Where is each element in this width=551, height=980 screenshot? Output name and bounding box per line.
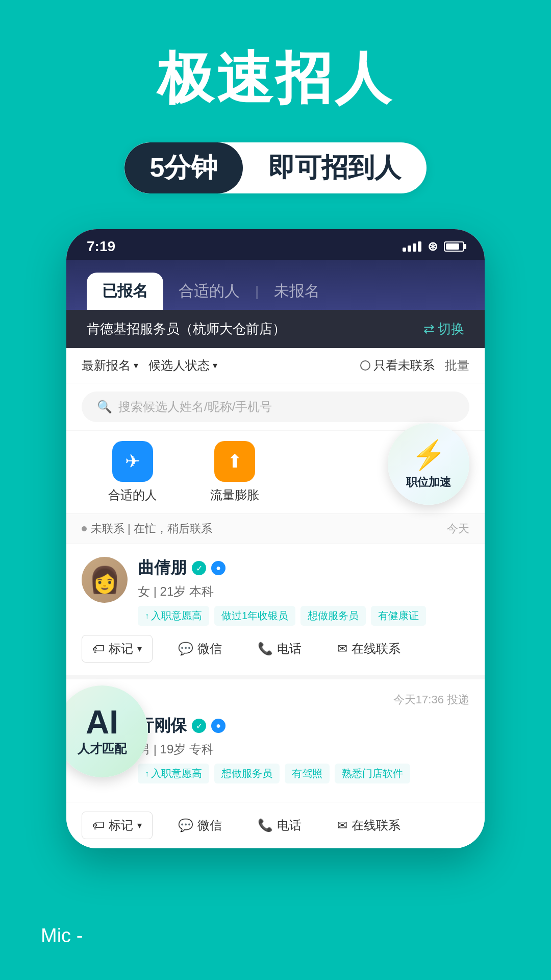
email-icon-2: ✉	[337, 818, 347, 832]
ai-big-label: AI	[86, 706, 118, 739]
candidate-card-1: 👩 曲倩朋 ✓ ● 女 | 21岁 本科	[66, 544, 485, 679]
candidate-1-name: 曲倩朋	[138, 557, 187, 579]
verified-teal-badge: ✓	[192, 561, 206, 575]
tag-cashier: 做过1年收银员	[214, 606, 295, 626]
speed-boost-button[interactable]: ⚡ 职位加速	[388, 423, 469, 505]
suitable-label: 合适的人	[108, 487, 157, 503]
job-bar: 肯德基招服务员（杭师大仓前店） ⇄ 切换	[66, 310, 485, 348]
search-input[interactable]: 🔍 搜索候选人姓名/昵称/手机号	[82, 391, 469, 422]
verified-blue-badge-2: ●	[211, 719, 226, 733]
bottom-action-bar: 🏷 标记 ▾ 💬 微信 📞 电话 ✉ 在线联系	[66, 802, 485, 848]
status-label: 候选人状态	[148, 357, 210, 374]
hero-title: 极速招人	[157, 41, 394, 117]
tag2-service: 想做服务员	[214, 764, 280, 783]
suitable-icon: ✈	[112, 441, 153, 482]
status-text: 未联系 | 在忙，稍后联系	[91, 521, 212, 536]
verified-blue-badge: ●	[211, 561, 226, 575]
signal-icon	[403, 241, 421, 252]
phone-label-2: 电话	[277, 817, 302, 834]
today-label: 今天	[447, 521, 469, 536]
mark-button-2[interactable]: 🏷 标记 ▾	[82, 812, 153, 839]
candidate-2-name-row: 亓刚保 ✓ ●	[138, 715, 469, 737]
wechat-icon: 💬	[178, 642, 193, 656]
mark-icon: 🏷	[92, 642, 105, 656]
tabs-container: 已报名 合适的人 | 未报名	[87, 273, 464, 310]
status-arrow-icon: ▾	[213, 360, 217, 371]
tag-health-cert: 有健康证	[371, 606, 426, 626]
wechat-icon-2: 💬	[178, 818, 193, 832]
batch-button[interactable]: 批量	[445, 357, 469, 374]
traffic-boost-action[interactable]: ⬆ 流量膨胀	[184, 441, 286, 503]
candidate-1-meta: 女 | 21岁 本科	[138, 583, 469, 600]
badge-tagline: 即可招到人	[243, 150, 427, 186]
verified-teal-badge-2: ✓	[192, 719, 206, 733]
candidate-2-info: 亓刚保 ✓ ● 男 | 19岁 专科 ↑ 入职意愿高	[138, 715, 469, 783]
uncontacted-label: 只看未联系	[373, 357, 435, 374]
traffic-icon: ⬆	[214, 441, 255, 482]
phone-label: 电话	[277, 641, 302, 657]
tab-bar: 已报名 合适的人 | 未报名	[66, 260, 485, 310]
mark-arrow-2: ▾	[137, 820, 142, 831]
uncontacted-circle	[360, 360, 370, 371]
action-icons-row: ✈ 合适的人 ⬆ 流量膨胀 ⚡ 职位加速	[66, 431, 485, 514]
mark-label: 标记	[109, 641, 133, 657]
phone-button-2[interactable]: 📞 电话	[247, 812, 312, 839]
candidate-2-tags: ↑ 入职意愿高 想做服务员 有驾照 熟悉门店软件	[138, 764, 469, 783]
uncontacted-filter[interactable]: 只看未联系	[360, 357, 435, 374]
job-switch-button[interactable]: ⇄ 切换	[423, 320, 464, 338]
lightning-icon: ⚡	[411, 438, 446, 472]
status-filter[interactable]: 候选人状态 ▾	[148, 357, 217, 374]
candidate-1-actions: 🏷 标记 ▾ 💬 微信 📞 电话 ✉ 在线联系	[82, 635, 469, 663]
speed-boost-label: 职位加速	[406, 475, 451, 490]
hero-badge: 5分钟 即可招到人	[124, 142, 427, 193]
candidate-1-avatar: 👩	[82, 557, 128, 603]
job-title: 肯德基招服务员（杭师大仓前店）	[87, 320, 286, 338]
phone-icon: 📞	[258, 642, 273, 656]
candidate-status-row: 未联系 | 在忙，稍后联系 今天	[66, 514, 485, 544]
wechat-button-2[interactable]: 💬 微信	[168, 812, 232, 839]
tab-registered[interactable]: 已报名	[87, 273, 163, 310]
mark-label-2: 标记	[109, 817, 133, 834]
filter-bar: 最新报名 ▾ 候选人状态 ▾ 只看未联系 批量	[66, 348, 485, 383]
tab-suitable[interactable]: 合适的人	[163, 273, 255, 310]
candidate-1-tags: ↑ 入职意愿高 做过1年收银员 想做服务员 有健康证	[138, 606, 469, 626]
tab-not-registered[interactable]: 未报名	[259, 273, 335, 310]
sort-label: 最新报名	[82, 357, 131, 374]
ai-small-label: 人才匹配	[78, 741, 127, 757]
status-icons: ⊛	[403, 239, 464, 254]
wifi-icon: ⊛	[428, 239, 438, 254]
wechat-label: 微信	[197, 641, 222, 657]
wechat-label-2: 微信	[197, 817, 222, 834]
sort-filter[interactable]: 最新报名 ▾	[82, 357, 138, 374]
online-label-2: 在线联系	[352, 817, 400, 834]
email-icon: ✉	[337, 642, 347, 656]
mic-area: Mic -	[0, 910, 551, 962]
mark-button-1[interactable]: 🏷 标记 ▾	[82, 635, 153, 663]
wechat-button-1[interactable]: 💬 微信	[168, 635, 232, 662]
switch-label: 切换	[438, 320, 464, 338]
status-dot	[82, 526, 87, 531]
candidate-1-info: 曲倩朋 ✓ ● 女 | 21岁 本科 ↑ 入职意愿高	[138, 557, 469, 626]
online-label: 在线联系	[352, 641, 400, 657]
candidate-1-name-row: 曲倩朋 ✓ ●	[138, 557, 469, 579]
tab-divider: |	[255, 283, 259, 300]
candidate-1-header: 👩 曲倩朋 ✓ ● 女 | 21岁 本科	[82, 557, 469, 626]
battery-icon	[444, 241, 464, 252]
search-icon: 🔍	[97, 400, 112, 414]
tag-service: 想做服务员	[300, 606, 366, 626]
time-display: 7:19	[87, 238, 115, 255]
suitable-people-action[interactable]: ✈ 合适的人	[82, 441, 184, 503]
status-bar: 7:19 ⊛	[66, 229, 485, 260]
online-contact-button-2[interactable]: ✉ 在线联系	[327, 812, 411, 839]
mic-text: Mic -	[41, 925, 83, 946]
candidate-2-meta: 男 | 19岁 专科	[138, 741, 469, 757]
phone-button-1[interactable]: 📞 电话	[247, 635, 312, 662]
mark-icon-2: 🏷	[92, 818, 105, 832]
tag-high-intention: ↑ 入职意愿高	[138, 606, 209, 626]
online-contact-button-1[interactable]: ✉ 在线联系	[327, 635, 411, 662]
tag2-software: 熟悉门店软件	[335, 764, 410, 783]
filter-right-group: 只看未联系 批量	[360, 357, 469, 374]
tag2-high-intention: ↑ 入职意愿高	[138, 764, 209, 783]
badge-minutes: 5分钟	[124, 142, 243, 193]
tag2-license: 有驾照	[285, 764, 330, 783]
